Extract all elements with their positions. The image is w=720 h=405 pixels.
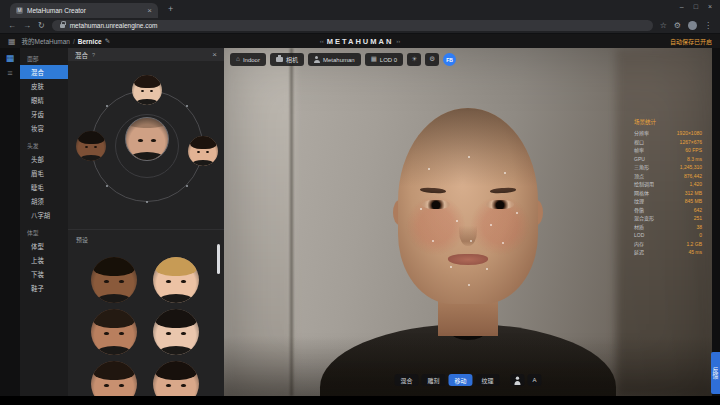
info-icon[interactable]: ? <box>92 52 95 58</box>
eye-dot <box>119 384 124 388</box>
sidebar-item-混合[interactable]: 混合 <box>20 65 68 79</box>
blend-avatar-right[interactable] <box>188 136 218 166</box>
profile-avatar[interactable] <box>688 21 697 30</box>
sidebar-item-眉毛[interactable]: 眉毛 <box>20 166 68 180</box>
preset-thumbnail[interactable] <box>153 257 199 303</box>
stat-row: 帧率60 FPS <box>634 146 702 155</box>
face-marker-dots[interactable] <box>398 108 400 110</box>
stats-list: 分辨率1920×1080视口1267×676帧率60 FPSGPU8.3 ms三… <box>634 129 702 257</box>
minimize-icon[interactable]: – <box>680 3 684 10</box>
sidebar-item-体型[interactable]: 体型 <box>20 239 68 253</box>
hair-shape <box>155 257 196 276</box>
sidebar-item-睫毛[interactable]: 睫毛 <box>20 180 68 194</box>
preview-badge-button[interactable]: FB <box>443 53 456 66</box>
lighting-toggle-button[interactable]: ☀ <box>407 53 421 66</box>
stat-label: 绘制调用 <box>634 180 654 189</box>
blend-ring-dot[interactable] <box>106 105 108 107</box>
stat-row: 顶点876,442 <box>634 172 702 181</box>
category-section-header: 头发 <box>20 135 68 152</box>
blend-ring-dot[interactable] <box>186 105 188 107</box>
back-icon[interactable]: ← <box>8 22 16 30</box>
stat-value: 642 <box>694 206 702 215</box>
rename-pencil-icon[interactable]: ✎ <box>105 37 110 45</box>
window-controls: – □ × <box>680 3 712 10</box>
sidebar-item-牙齿[interactable]: 牙齿 <box>20 107 68 121</box>
blend-ring-dot[interactable] <box>106 185 108 187</box>
environment-label: Indoor <box>243 57 260 63</box>
hair-shape <box>190 136 217 149</box>
screen: M MetaHuman Creator × + – □ × ← → ↻ meta… <box>0 0 720 405</box>
quality-dropdown[interactable]: Metahuman <box>308 53 361 66</box>
panel-scrollbar[interactable] <box>217 244 220 274</box>
forward-icon[interactable]: → <box>23 22 31 30</box>
sidebar-item-皮肤[interactable]: 皮肤 <box>20 79 68 93</box>
preset-thumbnail[interactable] <box>153 309 199 355</box>
blend-avatar-left[interactable] <box>76 131 106 161</box>
sidebar-item-头部[interactable]: 头部 <box>20 152 68 166</box>
auto-rig-button[interactable]: A <box>528 374 542 386</box>
stat-row: GPU8.3 ms <box>634 155 702 164</box>
blend-ring-dot[interactable] <box>146 201 148 203</box>
blend-ring-dot[interactable] <box>186 185 188 187</box>
blend-avatar-top[interactable] <box>132 75 162 105</box>
eye-dot <box>119 280 124 284</box>
lod-dropdown[interactable]: ▦ LOD 0 <box>365 53 404 66</box>
reload-icon[interactable]: ↻ <box>38 22 45 30</box>
browser-menu-icon[interactable]: ⋮ <box>704 22 712 30</box>
sidebar-item-鞋子[interactable]: 鞋子 <box>20 281 68 295</box>
gear-icon: ⚙ <box>429 56 435 63</box>
rail-sliders-icon[interactable]: ≡ <box>0 69 20 78</box>
sidebar-item-下装[interactable]: 下装 <box>20 267 68 281</box>
rail-grid-icon[interactable]: ▦ <box>0 54 20 63</box>
stat-row: 材质38 <box>634 223 702 232</box>
browser-tab[interactable]: M MetaHuman Creator × <box>10 3 158 18</box>
eye-dot <box>166 384 171 388</box>
eye-dot <box>138 139 143 142</box>
sidebar-item-八字胡[interactable]: 八字胡 <box>20 208 68 222</box>
preset-thumbnail[interactable] <box>91 257 137 303</box>
maximize-icon[interactable]: □ <box>694 3 698 10</box>
tab-close-icon[interactable]: × <box>147 6 152 15</box>
blend-panel-header: 混合 ? × <box>68 48 224 61</box>
close-panel-icon[interactable]: × <box>212 50 217 59</box>
settings-toggle-button[interactable]: ⚙ <box>425 53 439 66</box>
bookmark-star-icon[interactable]: ☆ <box>660 22 667 30</box>
body-preview-button[interactable] <box>511 374 525 386</box>
shoulders-shape <box>97 346 132 355</box>
stat-value: 0 <box>699 231 702 240</box>
preset-thumbnail[interactable] <box>91 361 137 396</box>
url-bar[interactable]: metahuman.unrealengine.com <box>52 20 653 31</box>
mode-button-混合[interactable]: 混合 <box>394 374 418 386</box>
sidebar-item-眼睛[interactable]: 眼睛 <box>20 93 68 107</box>
floor-shadow <box>224 336 712 396</box>
close-window-icon[interactable]: × <box>708 3 712 10</box>
camera-icon <box>276 57 283 62</box>
extensions-icon[interactable]: ⚙ <box>674 22 681 30</box>
breadcrumb-root[interactable]: 我的MetaHuman <box>22 36 70 46</box>
hair-shape <box>93 309 134 328</box>
stat-value: 251 <box>694 214 702 223</box>
sidebar-item-妆容[interactable]: 妆容 <box>20 121 68 135</box>
mode-button-移动[interactable]: 移动 <box>449 374 473 386</box>
stat-label: 顶点 <box>634 172 644 181</box>
category-list: 面部混合皮肤眼睛牙齿妆容头发头部眉毛睫毛胡须八字胡体型体型上装下装鞋子 <box>20 48 68 295</box>
feedback-tab[interactable]: 反馈 <box>711 352 720 394</box>
hair-shape <box>155 361 196 380</box>
sidebar-item-胡须[interactable]: 胡须 <box>20 194 68 208</box>
environment-dropdown[interactable]: ⌂ Indoor <box>230 53 266 66</box>
viewport-3d[interactable]: ⌂ Indoor 相机 Metahuman ▦ LOD 0 ☀ ⚙ FB <box>224 48 712 396</box>
panel-divider <box>68 229 224 230</box>
mode-button-纹理[interactable]: 纹理 <box>476 374 500 386</box>
preset-thumbnail[interactable] <box>91 309 137 355</box>
preset-thumbnail[interactable] <box>153 361 199 396</box>
blend-avatar-center[interactable] <box>125 117 169 161</box>
sidebar-item-上装[interactable]: 上装 <box>20 253 68 267</box>
character-name: Bernice <box>78 38 102 45</box>
character-head[interactable] <box>398 108 538 304</box>
presets-label: 预设 <box>76 235 88 244</box>
new-tab-button[interactable]: + <box>168 4 173 14</box>
apps-grid-icon[interactable]: ▦ <box>8 37 16 46</box>
mode-button-雕刻[interactable]: 雕刻 <box>421 374 445 386</box>
stat-row: 纹理845 MB <box>634 197 702 206</box>
camera-dropdown[interactable]: 相机 <box>270 53 304 66</box>
